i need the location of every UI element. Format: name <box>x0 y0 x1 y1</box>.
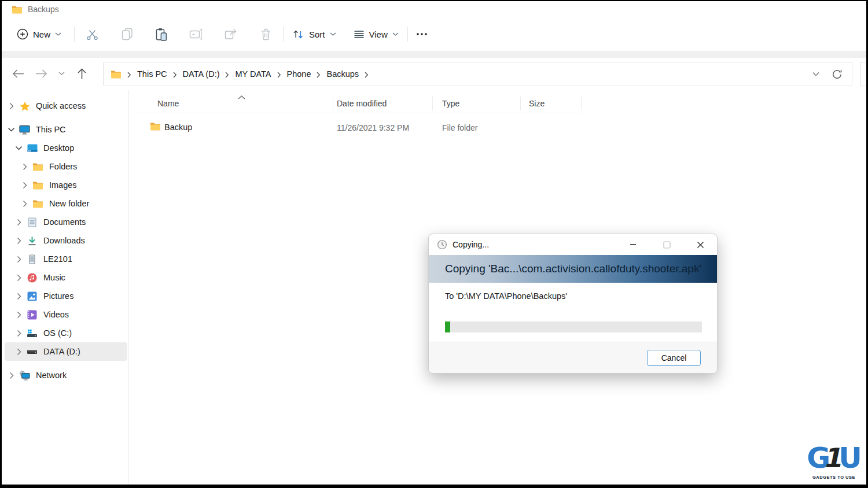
chevron-right-icon[interactable] <box>21 163 28 171</box>
folder-icon <box>32 162 44 171</box>
column-separator <box>520 97 521 110</box>
history-dropdown-button[interactable] <box>53 62 70 85</box>
music-icon <box>26 273 38 283</box>
forward-button[interactable] <box>30 62 53 85</box>
copy-button[interactable] <box>109 24 144 45</box>
column-separator <box>333 97 333 110</box>
chevron-right-icon[interactable] <box>15 256 23 263</box>
sidebar-item-os-c[interactable]: OS (C:) <box>5 324 127 342</box>
chevron-right-icon[interactable] <box>21 200 28 208</box>
new-button-label: New <box>33 29 50 39</box>
chevron-right-icon[interactable] <box>15 311 23 319</box>
file-row-backup[interactable]: Backup11/26/2021 9:32 PMFile folder <box>135 119 582 137</box>
clock-icon <box>437 239 447 250</box>
sidebar-item-network[interactable]: Network <box>5 366 127 385</box>
new-button[interactable]: New <box>11 24 67 45</box>
sidebar-item-quick-access[interactable]: Quick access <box>5 97 127 115</box>
chevron-right-icon[interactable] <box>171 71 179 78</box>
folder-icon <box>111 70 122 79</box>
breadcrumb-item-backups[interactable]: Backups <box>323 67 362 81</box>
rename-button[interactable] <box>179 24 214 45</box>
sidebar-item-le2101[interactable]: LE2101 <box>5 250 127 268</box>
sidebar-item-folders[interactable]: Folders <box>5 157 127 176</box>
dialog-footer: Cancel <box>429 342 717 373</box>
copy-source-banner: Copying 'Bac...\com.activision.callofdut… <box>429 255 717 283</box>
address-dropdown-button[interactable] <box>806 64 826 84</box>
chevron-right-icon[interactable] <box>223 71 231 78</box>
breadcrumb-item-data-d[interactable]: DATA (D:) <box>179 67 223 81</box>
file-type: File folder <box>442 123 477 132</box>
share-button[interactable] <box>214 24 248 45</box>
chevron-down-icon[interactable] <box>8 127 15 132</box>
column-header-type[interactable]: Type <box>442 99 459 108</box>
chevron-right-icon[interactable] <box>21 182 28 189</box>
chevron-right-icon[interactable] <box>15 219 23 226</box>
chevron-right-icon[interactable] <box>362 71 371 78</box>
sidebar-item-new-folder[interactable]: New folder <box>5 194 127 213</box>
sidebar-item-label: LE2101 <box>43 254 72 264</box>
window-titlebar: Backups <box>2 1 866 17</box>
folder-icon <box>32 181 44 190</box>
toolbar-icon-group <box>75 24 283 45</box>
column-header-date-modified[interactable]: Date modified <box>337 99 387 108</box>
network-icon <box>19 371 31 380</box>
drive-icon <box>26 349 38 354</box>
column-header-size[interactable]: Size <box>529 99 545 108</box>
sort-button[interactable]: Sort <box>284 24 345 45</box>
chevron-right-icon[interactable] <box>8 102 15 110</box>
cut-icon <box>86 28 99 40</box>
view-button[interactable]: View <box>345 24 407 45</box>
drive-os-icon <box>26 329 38 338</box>
navigation-pane: Quick accessThis PCDesktopFoldersImagesN… <box>2 90 129 485</box>
chevron-right-icon[interactable] <box>314 71 323 78</box>
sidebar-item-this-pc[interactable]: This PC <box>5 120 127 139</box>
breadcrumb: This PCDATA (D:)MY DATAPhoneBackups <box>125 67 371 81</box>
breadcrumb-item-phone[interactable]: Phone <box>284 67 315 81</box>
view-icon <box>354 30 365 39</box>
paste-button[interactable] <box>144 24 179 45</box>
sidebar-item-pictures[interactable]: Pictures <box>5 287 127 305</box>
chevron-right-icon[interactable] <box>15 293 23 300</box>
video-icon <box>26 310 38 320</box>
sidebar-item-desktop[interactable]: Desktop <box>5 139 127 157</box>
breadcrumb-item-my-data[interactable]: MY DATA <box>231 67 274 81</box>
up-button[interactable] <box>70 62 93 85</box>
refresh-button[interactable] <box>826 64 847 84</box>
sidebar-item-label: Pictures <box>43 291 73 301</box>
cancel-button[interactable]: Cancel <box>647 350 701 366</box>
chevron-right-icon[interactable] <box>275 71 284 78</box>
monitor-icon <box>19 125 31 135</box>
minimize-button[interactable] <box>624 234 642 255</box>
chevron-right-icon[interactable] <box>15 274 23 282</box>
cut-button[interactable] <box>75 24 109 45</box>
delete-button[interactable] <box>248 24 283 45</box>
sidebar-item-images[interactable]: Images <box>5 176 127 194</box>
chevron-down-icon <box>330 32 336 36</box>
gu-logo: G1U <box>806 442 862 474</box>
sidebar-item-data-d[interactable]: DATA (D:) <box>5 342 127 361</box>
address-bar[interactable]: This PCDATA (D:)MY DATAPhoneBackups <box>103 62 852 86</box>
chevron-right-icon[interactable] <box>125 71 134 78</box>
chevron-right-icon[interactable] <box>8 372 15 379</box>
sidebar-item-videos[interactable]: Videos <box>5 305 127 324</box>
sidebar-item-label: Quick access <box>36 101 86 110</box>
sidebar-item-documents[interactable]: Documents <box>5 213 127 231</box>
close-button[interactable] <box>692 234 709 255</box>
sidebar-item-label: Documents <box>43 217 86 227</box>
column-header-name[interactable]: Name <box>157 99 179 108</box>
maximize-button[interactable] <box>658 234 675 255</box>
sidebar-item-label: Network <box>36 371 67 380</box>
chevron-right-icon[interactable] <box>15 237 23 245</box>
chevron-down-icon[interactable] <box>15 146 23 150</box>
sidebar-item-music[interactable]: Music <box>5 268 127 287</box>
chevron-right-icon[interactable] <box>15 348 23 356</box>
file-name: Backup <box>164 123 192 132</box>
more-options-button[interactable] <box>408 24 436 45</box>
dialog-titlebar: Copying... <box>429 234 717 255</box>
back-button[interactable] <box>6 62 30 85</box>
chevron-right-icon[interactable] <box>15 330 23 337</box>
breadcrumb-item-this-pc[interactable]: This PC <box>134 67 171 81</box>
sidebar-item-label: New folder <box>49 199 89 208</box>
search-box-partial[interactable] <box>860 62 866 86</box>
sidebar-item-downloads[interactable]: Downloads <box>5 231 127 250</box>
